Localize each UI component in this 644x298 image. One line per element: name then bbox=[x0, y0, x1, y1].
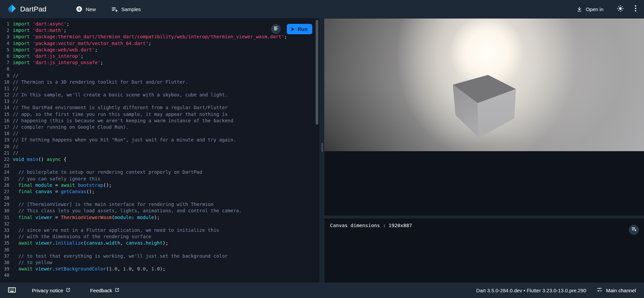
line-number: 14 bbox=[0, 104, 13, 111]
privacy-notice-link[interactable]: Privacy notice bbox=[32, 288, 70, 293]
clear-console-button[interactable] bbox=[629, 225, 639, 235]
code-token bbox=[13, 266, 18, 272]
open-in-button[interactable]: Open in bbox=[576, 6, 603, 12]
code-token: final bbox=[18, 188, 33, 195]
code-token: ); bbox=[154, 214, 160, 221]
code-token: ; bbox=[80, 53, 83, 59]
render-canvas-3d-viewport[interactable] bbox=[324, 18, 644, 151]
code-token: 1.0 bbox=[123, 266, 131, 272]
code-token bbox=[30, 21, 33, 27]
bottom-status-bar: Privacy notice Feedback Dart 3.5.0-284.0… bbox=[0, 283, 644, 298]
brightness-toggle-button[interactable] bbox=[617, 5, 624, 13]
play-icon bbox=[291, 27, 294, 31]
code-token bbox=[13, 259, 18, 266]
feedback-link[interactable]: Feedback bbox=[90, 288, 119, 293]
line-number: 18 bbox=[0, 130, 13, 137]
line-number: 7 bbox=[0, 59, 13, 66]
code-token bbox=[33, 214, 35, 221]
code-token: . bbox=[143, 240, 146, 246]
code-token: // [ThermionViewer] is the main interfac… bbox=[18, 201, 214, 208]
line-number: 24 bbox=[0, 169, 13, 175]
code-token bbox=[33, 266, 35, 272]
top-app-bar: DartPad New Samples Open in bbox=[0, 0, 644, 18]
editor-scrollbar-thumb[interactable] bbox=[316, 20, 318, 125]
code-line: 22void main() async { bbox=[0, 156, 320, 163]
version-info: Dart 3.5.0-284.0.dev • Flutter 3.23.0-13… bbox=[476, 288, 586, 293]
code-token bbox=[30, 47, 33, 53]
code-token: import bbox=[13, 59, 30, 66]
editor-splitter[interactable] bbox=[320, 18, 324, 283]
code-token bbox=[13, 227, 18, 233]
code-editor[interactable]: 1import 'dart:async';2import 'dart:math'… bbox=[0, 18, 320, 283]
code-line: 25 // you can safely ignore this bbox=[0, 176, 320, 182]
clear-console-icon bbox=[631, 226, 637, 233]
line-number: 39 bbox=[0, 266, 13, 272]
line-number: 5 bbox=[0, 47, 13, 53]
code-line: 11// bbox=[0, 85, 320, 92]
code-token bbox=[13, 233, 18, 240]
code-line: 23 bbox=[0, 163, 320, 169]
code-token: getCanvas bbox=[61, 188, 86, 195]
line-number: 32 bbox=[0, 221, 13, 227]
code-line: 12// In this sample, we'll create a basi… bbox=[0, 92, 320, 98]
code-token bbox=[13, 169, 18, 175]
code-token: import bbox=[13, 40, 30, 47]
line-number: 11 bbox=[0, 85, 13, 92]
code-token: 1.0 bbox=[109, 266, 117, 272]
code-token: void bbox=[13, 156, 24, 163]
keyboard-shortcuts-button[interactable] bbox=[8, 287, 16, 294]
line-number: 8 bbox=[0, 66, 13, 72]
line-number: 27 bbox=[0, 188, 13, 195]
code-token bbox=[30, 34, 33, 40]
code-token bbox=[30, 59, 33, 66]
format-button[interactable] bbox=[271, 24, 281, 34]
code-line: 3import 'package:thermion_dart/thermion_… bbox=[0, 34, 320, 40]
code-line: 32 bbox=[0, 221, 320, 227]
line-number: 26 bbox=[0, 182, 13, 188]
code-line: 6import 'dart:js_interop'; bbox=[0, 53, 320, 59]
code-token: // Thermion is a 3D rendering toolkit fo… bbox=[13, 79, 188, 85]
code-token: ; bbox=[149, 40, 151, 47]
code-token: ; bbox=[100, 59, 103, 66]
new-button[interactable]: New bbox=[76, 6, 96, 12]
code-token: canvas bbox=[126, 240, 143, 246]
code-line: 27 final canvas = getCanvas(); bbox=[0, 188, 320, 195]
code-token: ( bbox=[106, 266, 109, 272]
code-token: canvas bbox=[35, 188, 52, 195]
code-token: viewer bbox=[35, 240, 52, 246]
feedback-label: Feedback bbox=[90, 288, 112, 293]
code-token: import bbox=[13, 53, 30, 59]
line-number: 37 bbox=[0, 253, 13, 259]
code-token: 0.0 bbox=[137, 266, 146, 272]
code-token bbox=[13, 208, 18, 214]
channel-selector-button[interactable]: Main channel bbox=[596, 287, 636, 294]
code-token bbox=[13, 188, 18, 195]
code-token: final bbox=[18, 182, 33, 188]
code-token: ; bbox=[95, 47, 97, 53]
console-splitter[interactable] bbox=[324, 216, 644, 218]
line-number: 22 bbox=[0, 156, 13, 163]
overflow-menu-button[interactable] bbox=[635, 5, 637, 13]
brightness-icon bbox=[617, 5, 624, 13]
code-token: = bbox=[52, 182, 61, 188]
line-number: 33 bbox=[0, 227, 13, 233]
line-number: 23 bbox=[0, 163, 13, 169]
code-token: await bbox=[18, 240, 33, 246]
line-number: 30 bbox=[0, 208, 13, 214]
code-line: 14// The DartPad environment is slightly… bbox=[0, 104, 320, 111]
code-line: 13// bbox=[0, 98, 320, 104]
line-number: 9 bbox=[0, 73, 13, 79]
cube-3d-render bbox=[324, 18, 644, 152]
line-number: 12 bbox=[0, 92, 13, 98]
code-line: 7import 'dart:js_interop_unsafe'; bbox=[0, 59, 320, 66]
line-number: 19 bbox=[0, 137, 13, 143]
code-line: 8 bbox=[0, 66, 320, 72]
line-number: 17 bbox=[0, 124, 13, 130]
code-token: // to test that everything is working, w… bbox=[18, 253, 228, 259]
privacy-notice-label: Privacy notice bbox=[32, 288, 63, 293]
samples-button[interactable]: Samples bbox=[111, 6, 141, 13]
channel-label: Main channel bbox=[606, 288, 636, 293]
code-line: 24 // boilerplate to setup our rendering… bbox=[0, 169, 320, 175]
tune-icon bbox=[596, 287, 603, 294]
run-button[interactable]: Run bbox=[287, 24, 312, 34]
